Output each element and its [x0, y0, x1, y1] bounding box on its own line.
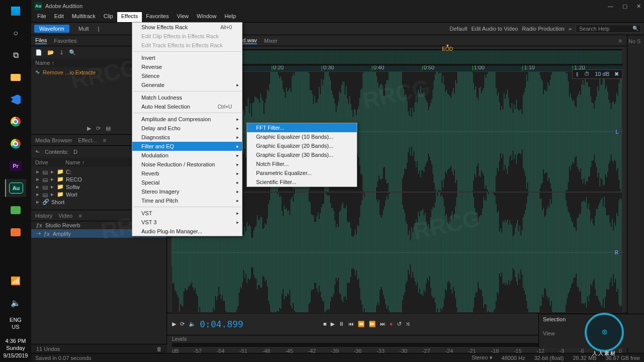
status-stereo[interactable]: Stereo ▾	[471, 354, 492, 361]
filter-eq-item[interactable]: Notch Filter...	[247, 159, 357, 168]
autoplay-icon[interactable]: ▤	[106, 125, 111, 132]
effects-item[interactable]: Modulation▸	[132, 151, 242, 160]
menu-clip[interactable]: Clip	[100, 12, 117, 22]
filter-eq-item[interactable]: Graphic Equalizer (10 Bands)...	[247, 132, 357, 141]
effects-item[interactable]: Filter and EQ▸	[132, 142, 242, 151]
effects-item[interactable]: VST 3▸	[132, 218, 242, 227]
effects-item[interactable]: Noise Reduction / Restoration▸	[132, 160, 242, 169]
tray-lang[interactable]: ENGUS	[10, 316, 22, 331]
effects-item[interactable]: Invert	[132, 53, 242, 62]
effects-item[interactable]: Amplitude and Compression▸	[132, 115, 242, 124]
effects-item[interactable]: Reverse	[132, 62, 242, 71]
trash-icon[interactable]: 🗑	[156, 346, 162, 352]
close-button[interactable]: ✕	[636, 3, 641, 10]
play-preview-button[interactable]: ▶	[87, 125, 91, 132]
menu-help[interactable]: Help	[220, 12, 240, 22]
maximize-button[interactable]: ▢	[622, 3, 627, 10]
col-name[interactable]: Name ↑	[65, 159, 85, 165]
filter-eq-submenu[interactable]: FFT Filter...Graphic Equalizer (10 Bands…	[247, 123, 357, 187]
effects-item[interactable]: Stereo Imagery▸	[132, 187, 242, 196]
camtasia-icon[interactable]	[5, 201, 26, 219]
task-view-icon[interactable]: ⧉	[5, 46, 26, 64]
audition-icon[interactable]: Au	[5, 179, 26, 197]
play-button[interactable]: ▶	[331, 321, 335, 327]
premiere-icon[interactable]: Pr	[5, 157, 26, 175]
new-file-icon[interactable]: 📄	[35, 49, 42, 56]
waveform-toggle[interactable]: Waveform	[34, 25, 69, 33]
chrome-canary-icon[interactable]	[5, 135, 26, 153]
effects-item[interactable]: Silence	[132, 71, 242, 80]
menu-edit[interactable]: Edit	[50, 12, 68, 22]
menu-effects[interactable]: Effects	[117, 12, 142, 22]
volume-icon[interactable]: 🔈	[5, 294, 26, 312]
rtz-button[interactable]: ⏮	[348, 321, 354, 327]
search-icon[interactable]: 🔍	[69, 49, 76, 56]
search-help-input[interactable]: Search Help	[576, 25, 641, 33]
tab-favorites[interactable]: Favorites	[54, 38, 76, 44]
search-icon[interactable]: ○	[5, 24, 26, 42]
multitrack-toggle[interactable]: Mult	[73, 25, 94, 33]
effects-item[interactable]: Delay and Echo▸	[132, 124, 242, 133]
effects-item[interactable]: Match Loudness	[132, 93, 242, 102]
chrome-icon[interactable]	[5, 113, 26, 131]
loop-icon[interactable]: ⟳	[96, 125, 101, 132]
effects-item[interactable]: Special▸	[132, 178, 242, 187]
tab-files[interactable]: Files	[35, 37, 47, 44]
import-icon[interactable]: ⤓	[59, 49, 64, 56]
app-orange-icon[interactable]	[5, 223, 26, 241]
minimize-button[interactable]: —	[608, 3, 613, 10]
menu-file[interactable]: File	[33, 12, 50, 22]
filter-eq-item[interactable]: Graphic Equalizer (20 Bands)...	[247, 141, 357, 150]
effects-item[interactable]: Show Effects RackAlt+0	[132, 23, 242, 32]
skip-selection-icon[interactable]: ⤭	[406, 321, 410, 327]
effects-item[interactable]: Time and Pitch▸	[132, 196, 242, 205]
pause-button[interactable]: ⏸	[339, 321, 344, 327]
filter-eq-item[interactable]: FFT Filter...	[247, 123, 357, 132]
tab-video[interactable]: Video	[58, 213, 72, 219]
effects-item[interactable]: Reverb▸	[132, 169, 242, 178]
tray-clock[interactable]: 4:36 PM Sunday 9/15/2019	[4, 337, 28, 359]
rewind-button[interactable]: ⏪	[358, 321, 365, 327]
panel-menu-icon[interactable]: ≡	[103, 137, 106, 143]
workspace-more-icon[interactable]: »	[569, 26, 572, 32]
wifi-icon[interactable]: 📶	[5, 272, 26, 290]
mixer-tab[interactable]: Mixer	[264, 38, 278, 44]
end-button[interactable]: ⏭	[380, 321, 385, 327]
effects-item[interactable]: Generate▸	[132, 80, 242, 89]
effects-item[interactable]: Diagnostics▸	[132, 133, 242, 142]
vscode-icon[interactable]	[5, 90, 26, 109]
effects-item[interactable]: Auto Heal SelectionCtrl+U	[132, 102, 242, 111]
effects-menu[interactable]: Show Effects RackAlt+0Edit Clip Effects …	[132, 22, 243, 236]
stop-button[interactable]: ■	[323, 321, 327, 327]
open-file-icon[interactable]: 📂	[47, 49, 54, 56]
start-button[interactable]	[5, 2, 26, 20]
panel-menu-icon[interactable]: ≡	[619, 38, 622, 44]
up-folder-icon[interactable]: ⬑	[35, 149, 40, 155]
filter-eq-item[interactable]: Scientific Filter...	[247, 177, 357, 187]
panel-menu-icon[interactable]: ≡	[78, 213, 82, 219]
transport-volume-icon[interactable]: 🔈	[189, 321, 196, 327]
time-display[interactable]: 0:04.899	[200, 319, 244, 329]
workspace-editvideo[interactable]: Edit Audio to Video	[471, 26, 518, 32]
tab-media-browser[interactable]: Media Browser	[35, 137, 72, 143]
loop-playback-icon[interactable]: ↺	[397, 321, 401, 327]
menu-window[interactable]: Window	[193, 12, 220, 22]
col-drive[interactable]: Drive	[35, 159, 65, 165]
file-explorer-icon[interactable]	[5, 68, 26, 86]
workspace-default[interactable]: Default	[450, 26, 467, 32]
tab-history[interactable]: History	[35, 213, 52, 219]
ffwd-button[interactable]: ⏩	[369, 321, 376, 327]
effects-item[interactable]: Audio Plug-In Manager...	[132, 227, 242, 236]
transport-play-left[interactable]: ▶	[172, 321, 176, 327]
effects-item[interactable]: VST▸	[132, 209, 242, 218]
transport-loop-icon[interactable]: ⟳	[180, 321, 185, 327]
filter-eq-item[interactable]: Graphic Equalizer (30 Bands)...	[247, 150, 357, 159]
hud-close-icon[interactable]: ✖	[613, 71, 620, 77]
filter-eq-item[interactable]: Parametric Equalizer...	[247, 168, 357, 177]
tab-effects-rack[interactable]: Effect...	[78, 137, 97, 143]
record-button[interactable]: ●	[389, 321, 393, 327]
workspace-radio[interactable]: Radio Production	[522, 26, 564, 32]
menu-multitrack[interactable]: Multitrack	[68, 12, 100, 22]
menu-view[interactable]: View	[173, 12, 193, 22]
menu-favorites[interactable]: Favorites	[142, 12, 173, 22]
